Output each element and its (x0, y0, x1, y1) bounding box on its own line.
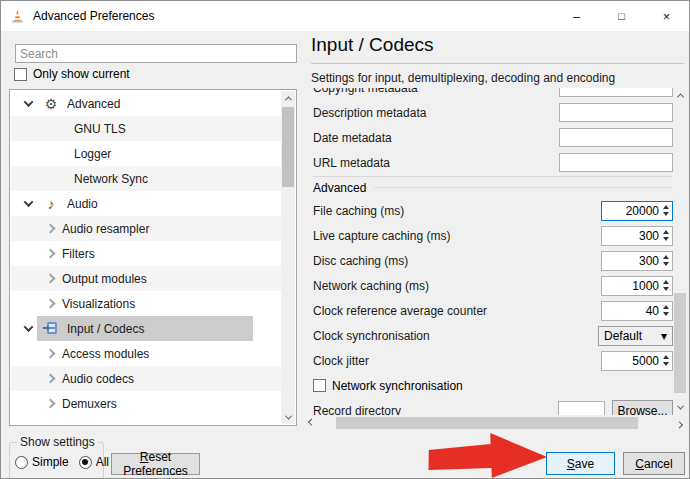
chevron-right-icon[interactable] (46, 249, 56, 259)
checkbox-box[interactable] (313, 379, 326, 392)
tree-scrollbar-thumb[interactable] (282, 107, 294, 187)
field-url-metadata: URL metadata (306, 150, 673, 175)
scroll-down-icon[interactable] (673, 400, 687, 414)
disc-caching-spinbox[interactable]: 300 (601, 251, 673, 271)
settings-form: Copyright metadata Description metadata … (306, 88, 673, 415)
close-button[interactable]: × (644, 1, 689, 31)
save-button[interactable]: Save (546, 452, 615, 475)
show-settings-group: Show settings Simple All (9, 442, 104, 479)
gear-icon: ⚙ (42, 97, 60, 111)
field-record-directory: Record directory Browse... (306, 398, 673, 415)
form-scrollbar-horizontal[interactable] (304, 417, 686, 429)
radio-all-label[interactable]: All (96, 455, 109, 469)
field-live-capture-caching: Live capture caching (ms) 300 (306, 223, 673, 248)
spinner-arrows-icon[interactable] (661, 252, 670, 270)
window-title: Advanced Preferences (33, 9, 154, 23)
chevron-down-icon[interactable] (24, 97, 34, 107)
checkbox-label: Only show current (33, 67, 130, 81)
tree-item-output-modules[interactable]: Output modules (11, 266, 281, 291)
tree-scrollbar[interactable] (281, 91, 295, 424)
field-network-caching: Network caching (ms) 1000 (306, 273, 673, 298)
copyright-metadata-input[interactable] (559, 88, 673, 97)
form-scrollbar-thumb[interactable] (674, 293, 686, 393)
chevron-right-icon[interactable] (46, 274, 56, 284)
field-copyright-metadata: Copyright metadata (306, 88, 673, 100)
radio-simple-label[interactable]: Simple (32, 455, 69, 469)
page-title: Input / Codecs (311, 34, 434, 56)
page-subtitle: Settings for input, demultiplexing, deco… (311, 71, 615, 85)
field-clock-synchronisation: Clock synchronisation Default ▾ (306, 323, 673, 348)
search-input[interactable] (15, 44, 297, 63)
section-line (374, 187, 672, 188)
chevron-right-icon[interactable] (46, 299, 56, 309)
window-controls: – □ × (554, 1, 689, 31)
clock-reference-spinbox[interactable]: 40 (601, 301, 673, 321)
browse-button[interactable]: Browse... (612, 400, 673, 416)
tree-item-network-sync[interactable]: Network Sync (11, 166, 281, 191)
red-arrow-annotation (425, 430, 551, 479)
checkbox-box[interactable] (14, 68, 27, 81)
field-clock-jitter: Clock jitter 5000 (306, 348, 673, 373)
maximize-button[interactable]: □ (599, 1, 644, 31)
scroll-right-icon[interactable] (672, 417, 686, 429)
spinner-arrows-icon[interactable] (661, 277, 670, 295)
audio-note-icon: ♪ (42, 197, 60, 211)
scroll-left-icon[interactable] (304, 417, 318, 429)
scroll-up-icon[interactable] (673, 88, 687, 102)
tree-item-demuxers[interactable]: Demuxers (11, 391, 281, 416)
url-metadata-input[interactable] (559, 153, 673, 172)
radio-simple[interactable] (15, 456, 28, 469)
show-settings-label: Show settings (17, 435, 98, 449)
clock-jitter-spinbox[interactable]: 5000 (601, 351, 673, 371)
network-synchronisation-checkbox[interactable]: Network synchronisation (313, 379, 463, 393)
scroll-down-icon[interactable] (281, 410, 295, 424)
tree-item-filters[interactable]: Filters (11, 241, 281, 266)
minimize-button[interactable]: – (554, 1, 599, 31)
chevron-right-icon[interactable] (46, 374, 56, 384)
spinner-arrows-icon[interactable] (661, 352, 670, 370)
spinner-arrows-icon[interactable] (661, 302, 670, 320)
tree-item-logger[interactable]: Logger (11, 141, 281, 166)
tree-item-visualizations[interactable]: Visualizations (11, 291, 281, 316)
hscroll-thumb[interactable] (336, 417, 638, 429)
tree-rows: ⚙ Advanced GNU TLS Logger Network Sync ♪… (11, 91, 281, 424)
chevron-down-icon[interactable] (24, 197, 34, 207)
description-metadata-input[interactable] (559, 103, 673, 122)
field-file-caching: File caching (ms) 20000 (306, 198, 673, 223)
field-description-metadata: Description metadata (306, 100, 673, 125)
reset-preferences-button[interactable]: Reset Preferences (111, 453, 200, 475)
tree-item-gnu-tls[interactable]: GNU TLS (11, 116, 281, 141)
cancel-button[interactable]: Cancel (623, 452, 685, 475)
title-divider (311, 63, 684, 64)
advanced-preferences-dialog: Advanced Preferences – □ × Only show cur… (0, 0, 690, 479)
field-network-synchronisation: Network synchronisation (306, 373, 673, 398)
record-directory-input[interactable] (558, 401, 605, 416)
spinner-arrows-icon[interactable] (661, 227, 670, 245)
chevron-right-icon[interactable] (46, 349, 56, 359)
clock-synchronisation-dropdown[interactable]: Default ▾ (598, 326, 673, 346)
chevron-right-icon[interactable] (46, 224, 56, 234)
tree-item-input-codecs[interactable]: Input / Codecs (11, 316, 281, 341)
hscroll-track[interactable] (318, 417, 672, 429)
form-scrollbar-vertical[interactable] (673, 88, 687, 414)
only-show-current-checkbox[interactable]: Only show current (14, 67, 130, 81)
file-caching-spinbox[interactable]: 20000 (601, 201, 673, 221)
field-clock-reference: Clock reference average counter 40 (306, 298, 673, 323)
field-disc-caching: Disc caching (ms) 300 (306, 248, 673, 273)
network-caching-spinbox[interactable]: 1000 (601, 276, 673, 296)
scroll-up-icon[interactable] (281, 91, 295, 105)
radio-all[interactable] (79, 456, 92, 469)
date-metadata-input[interactable] (559, 128, 673, 147)
tree-item-access-modules[interactable]: Access modules (11, 341, 281, 366)
chevron-right-icon[interactable] (46, 399, 56, 409)
input-codecs-icon (42, 321, 60, 337)
vlc-logo-icon (9, 8, 25, 24)
chevron-down-icon[interactable] (24, 322, 34, 332)
tree-item-audio[interactable]: ♪ Audio (11, 191, 281, 216)
live-capture-caching-spinbox[interactable]: 300 (601, 226, 673, 246)
titlebar: Advanced Preferences – □ × (1, 1, 689, 31)
spinner-arrows-icon[interactable] (661, 202, 670, 220)
tree-item-audio-codecs[interactable]: Audio codecs (11, 366, 281, 391)
tree-item-audio-resampler[interactable]: Audio resampler (11, 216, 281, 241)
tree-item-advanced[interactable]: ⚙ Advanced (11, 91, 281, 116)
